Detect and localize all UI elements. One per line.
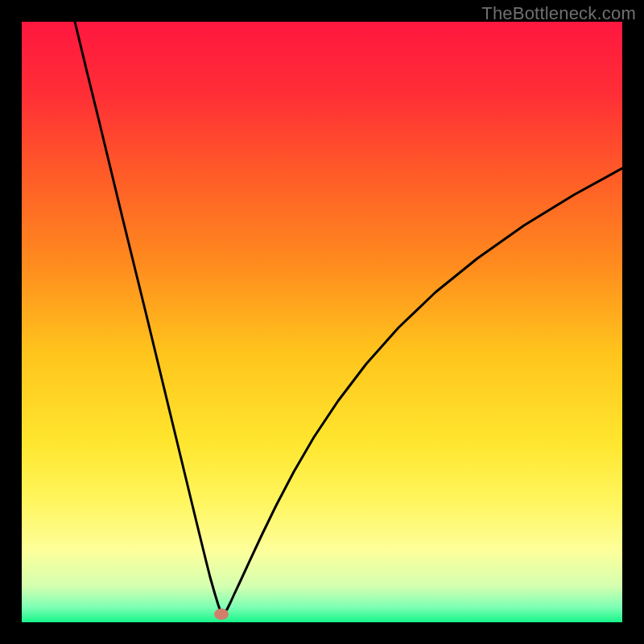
watermark-text: TheBottleneck.com (481, 3, 636, 24)
bottleneck-marker (214, 609, 229, 620)
chart-frame: TheBottleneck.com (0, 0, 644, 644)
plot-area (22, 22, 622, 622)
bottleneck-curve (22, 22, 622, 622)
